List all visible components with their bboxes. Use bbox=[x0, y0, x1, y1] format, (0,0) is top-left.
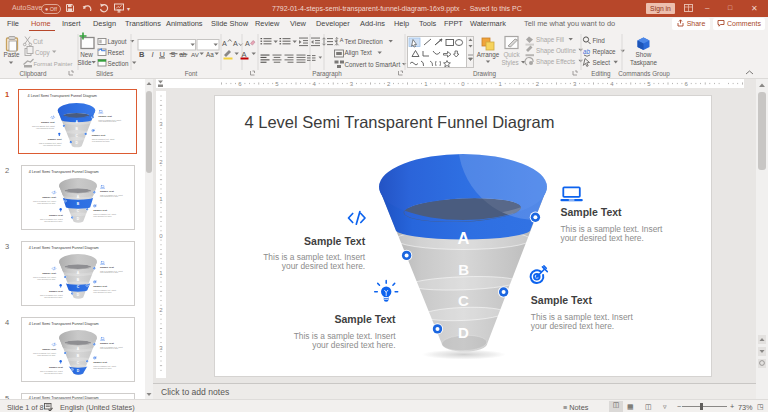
svg-text:Quick: Quick bbox=[503, 51, 520, 59]
svg-text:your desired text here.: your desired text here. bbox=[93, 215, 112, 217]
svg-text:Sample Text: Sample Text bbox=[49, 366, 63, 369]
svg-text:Slides: Slides bbox=[96, 70, 113, 77]
svg-text:Convert to SmartArt: Convert to SmartArt bbox=[345, 61, 401, 68]
svg-text:your desired text here.: your desired text here. bbox=[561, 233, 644, 243]
svg-text:Sample Text: Sample Text bbox=[100, 342, 114, 345]
svg-text:your desired text here.: your desired text here. bbox=[42, 144, 61, 146]
svg-text:your desired text here.: your desired text here. bbox=[37, 278, 56, 280]
svg-text:A: A bbox=[245, 39, 250, 48]
svg-text:Text Direction: Text Direction bbox=[345, 38, 384, 45]
svg-text:your desired text here.: your desired text here. bbox=[37, 202, 56, 204]
svg-text:Sample Text: Sample Text bbox=[531, 294, 593, 306]
svg-text:C: C bbox=[458, 292, 469, 309]
svg-text:Font: Font bbox=[185, 70, 198, 77]
svg-text:your desired text here.: your desired text here. bbox=[98, 120, 117, 122]
svg-text:ab: ab bbox=[583, 48, 591, 55]
svg-text:your desired text here.: your desired text here. bbox=[100, 271, 119, 273]
svg-text:Cut: Cut bbox=[33, 38, 43, 45]
svg-text:This is a sample text. Insert: This is a sample text. Insert bbox=[33, 200, 56, 202]
svg-text:Clipboard: Clipboard bbox=[20, 70, 47, 78]
svg-text:Commands Group: Commands Group bbox=[618, 70, 670, 78]
svg-text:Align Text: Align Text bbox=[345, 49, 372, 57]
svg-text:Section: Section bbox=[108, 60, 130, 67]
svg-text:4 Level Semi Transparent Funne: 4 Level Semi Transparent Funnel Diagram bbox=[245, 113, 555, 131]
svg-text:4 Level Semi Transparent Funne: 4 Level Semi Transparent Funnel Diagram bbox=[29, 321, 99, 325]
svg-text:This is a sample text. Insert: This is a sample text. Insert bbox=[33, 352, 56, 354]
svg-text:Sample Text: Sample Text bbox=[41, 120, 55, 122]
svg-text:Copy: Copy bbox=[35, 49, 51, 57]
svg-text:Sample Text: Sample Text bbox=[93, 285, 107, 288]
svg-text:your desired text here.: your desired text here. bbox=[282, 261, 365, 271]
svg-text:Sample Text: Sample Text bbox=[100, 190, 114, 193]
svg-text:Sample Text: Sample Text bbox=[304, 235, 366, 247]
svg-text:This is a sample text. Insert: This is a sample text. Insert bbox=[31, 124, 54, 126]
svg-text:your desired text here.: your desired text here. bbox=[37, 354, 56, 356]
svg-text:New: New bbox=[80, 51, 93, 58]
svg-text:Sample Text: Sample Text bbox=[42, 348, 56, 351]
svg-text:Paragraph: Paragraph bbox=[312, 70, 342, 78]
svg-text:Sample Text: Sample Text bbox=[49, 290, 63, 293]
svg-text:Shape Effects: Shape Effects bbox=[536, 58, 575, 66]
svg-text:Paste: Paste bbox=[4, 51, 21, 58]
svg-text:your desired text here.: your desired text here. bbox=[93, 291, 112, 293]
svg-text:your desired text here.: your desired text here. bbox=[44, 295, 63, 297]
svg-text:Layout: Layout bbox=[108, 38, 127, 46]
svg-text:Sample Text: Sample Text bbox=[49, 214, 63, 217]
svg-text:A: A bbox=[242, 50, 247, 59]
svg-text:Sample Text: Sample Text bbox=[47, 138, 61, 140]
svg-text:4 Level Semi Transparent Funne: 4 Level Semi Transparent Funnel Diagram bbox=[29, 169, 99, 173]
svg-text:This is a sample text. Insert: This is a sample text. Insert bbox=[33, 276, 56, 278]
svg-text:Arrange: Arrange bbox=[477, 51, 500, 59]
svg-text:Drawing: Drawing bbox=[473, 70, 497, 78]
svg-text:Taskpane: Taskpane bbox=[630, 59, 657, 67]
svg-text:your desired text here.: your desired text here. bbox=[91, 139, 110, 141]
svg-text:your desired text here.: your desired text here. bbox=[44, 219, 63, 221]
svg-text:Sample Text: Sample Text bbox=[93, 361, 107, 364]
svg-text:Sample Text: Sample Text bbox=[100, 266, 114, 269]
svg-text:Sample Text: Sample Text bbox=[93, 209, 107, 212]
svg-text:AV: AV bbox=[191, 51, 200, 58]
svg-text:Format Painter: Format Painter bbox=[34, 61, 73, 67]
svg-text:Aa: Aa bbox=[206, 51, 214, 58]
svg-text:Shape Fill: Shape Fill bbox=[536, 36, 564, 44]
svg-text:Sample Text: Sample Text bbox=[98, 114, 112, 116]
svg-text:your desired text here.: your desired text here. bbox=[44, 371, 63, 373]
svg-text:Editing: Editing bbox=[591, 70, 611, 78]
svg-text:Slide: Slide bbox=[77, 59, 91, 66]
svg-text:your desired text here.: your desired text here. bbox=[36, 126, 55, 128]
svg-text:your desired text here.: your desired text here. bbox=[100, 195, 119, 197]
svg-text:I: I bbox=[152, 50, 154, 59]
svg-text:your desired text here.: your desired text here. bbox=[531, 321, 614, 331]
svg-text:Select: Select bbox=[593, 59, 611, 66]
svg-text:your desired text here.: your desired text here. bbox=[93, 367, 112, 369]
svg-text:U: U bbox=[160, 50, 165, 59]
svg-text:Replace: Replace bbox=[593, 48, 617, 56]
svg-text:A: A bbox=[233, 39, 238, 48]
svg-text:Reset: Reset bbox=[108, 49, 125, 56]
svg-text:Shape Outline: Shape Outline bbox=[536, 47, 576, 55]
svg-text:B: B bbox=[139, 50, 145, 59]
svg-text:A: A bbox=[340, 37, 344, 43]
svg-text:Styles: Styles bbox=[501, 59, 518, 67]
svg-text:A: A bbox=[457, 229, 469, 247]
svg-text:4 Level Semi Transparent Funne: 4 Level Semi Transparent Funnel Diagram bbox=[27, 94, 96, 98]
svg-text:Sample Text: Sample Text bbox=[42, 272, 56, 275]
svg-text:Show: Show bbox=[636, 51, 652, 58]
svg-text:Sample Text: Sample Text bbox=[42, 196, 56, 199]
svg-text:Sample Text: Sample Text bbox=[91, 134, 105, 136]
svg-text:4 Level Semi Transparent Funne: 4 Level Semi Transparent Funnel Diagram bbox=[29, 245, 99, 249]
svg-text:A: A bbox=[222, 39, 227, 48]
svg-text:Sample Text: Sample Text bbox=[561, 206, 623, 218]
svg-text:your desired text here.: your desired text here. bbox=[100, 347, 119, 349]
svg-text:B: B bbox=[458, 261, 469, 278]
svg-text:your desired text here.: your desired text here. bbox=[312, 340, 395, 350]
svg-text:Find: Find bbox=[593, 37, 606, 44]
svg-text:Sample Text: Sample Text bbox=[335, 313, 397, 325]
svg-text:D: D bbox=[458, 324, 469, 341]
